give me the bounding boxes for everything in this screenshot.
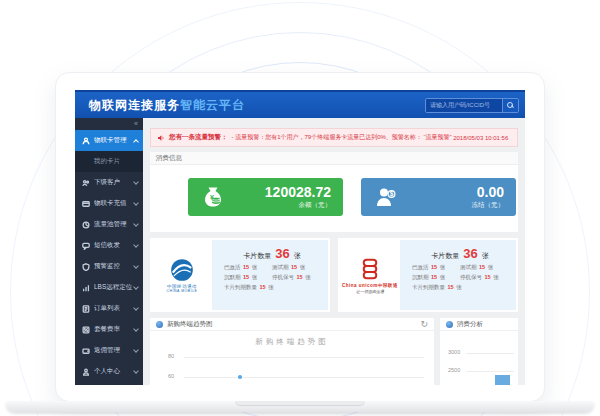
sidebar-item-commission[interactable]: 返佣管理 (75, 340, 143, 361)
users-icon (82, 179, 90, 187)
user-dollar-icon: $ (374, 185, 398, 209)
china-unicom-logo-icon (357, 256, 383, 282)
chevron-down-icon (133, 263, 139, 269)
china-mobile-stats: 卡片数量 36 张 已激活 15 张 测试期 15 张 沉默期 15 张 停机保… (212, 240, 328, 310)
sidebar-item-plan-rates[interactable]: 套餐费率 (75, 319, 143, 340)
bars-icon (82, 284, 90, 292)
consumption-panel-title: 消费信息 (150, 152, 518, 165)
charts-row: 新购终端趋势图 ↻ 新购终端趋势图 80 60 (150, 318, 518, 385)
y-tick-2500: 2500 (448, 367, 460, 373)
sidebar-item-lbs-location[interactable]: LBS远程定位 (75, 277, 143, 298)
grid-icon (82, 326, 90, 334)
analysis-panel-title: 消费分析 (457, 320, 483, 329)
wallet-icon (82, 347, 90, 355)
chevron-down-icon (133, 200, 139, 206)
app-title-secondary: 智能云平台 (180, 98, 245, 112)
china-unicom-slogan: 让一切自由连通 (356, 289, 384, 294)
sidebar-item-card-management[interactable]: 物联卡管理 (75, 130, 143, 151)
gridline (184, 377, 424, 378)
y-tick-60: 60 (168, 373, 174, 379)
sidebar-item-alert-monitor[interactable]: 预警监控 (75, 256, 143, 277)
page-background: 物联网连接服务智能云平台 « 物联卡管理 (0, 0, 600, 416)
svg-text:¥: ¥ (210, 194, 214, 201)
gridline (466, 353, 514, 354)
sphere-icon (446, 321, 453, 328)
sidebar: « 物联卡管理 我的卡片 下级客户 (75, 118, 143, 385)
stat-suspended: 停机保号 15 张 (460, 274, 508, 281)
card-stats-grid: 已激活 15 张 测试期 15 张 沉默期 15 张 停机保号 15 张 (224, 264, 320, 281)
refresh-icon[interactable]: ↻ (420, 320, 428, 329)
sidebar-item-sms[interactable]: 短信收发 (75, 235, 143, 256)
consumption-cards: ¥ 120028.72 余额（元） $ 0.00 冻结（元） (150, 165, 518, 216)
stat-suspended: 停机保号 15 张 (272, 274, 320, 281)
chevron-down-icon (133, 368, 139, 374)
svg-text:$: $ (390, 190, 394, 198)
balance-card: ¥ 120028.72 余额（元） (188, 178, 343, 216)
sidebar-subitem-my-cards[interactable]: 我的卡片 (75, 151, 143, 172)
frozen-values: 0.00 冻结（元） (398, 185, 504, 210)
speaker-icon (157, 134, 165, 142)
chevron-down-icon (133, 242, 139, 248)
chevron-down-icon (133, 284, 139, 290)
stat-activated: 已激活 15 张 (412, 264, 460, 271)
china-mobile-card: 中国移动通信 CHINA MOBILE 卡片数量 36 张 已 (150, 238, 330, 312)
china-unicom-logo: China unicom中国联通 让一切自由连通 (340, 240, 400, 310)
search-button[interactable] (502, 98, 518, 113)
main-content: 您有一条流量预警： - 流量预警：您有1个用户，79个终端服务卡流量已达到0%、… (143, 118, 525, 385)
header-search (425, 98, 519, 113)
document-icon (82, 305, 90, 313)
analysis-panel-header: 消费分析 (440, 318, 518, 331)
alert-prefix: 您有一条流量预警： (169, 133, 228, 142)
operator-cards-row: 中国移动通信 CHINA MOBILE 卡片数量 36 张 已 (150, 238, 518, 312)
search-input[interactable] (426, 99, 502, 112)
user-icon (82, 137, 90, 145)
profile-icon (82, 368, 90, 376)
balance-amount: 120028.72 (225, 185, 331, 200)
laptop-frame: 物联网连接服务智能云平台 « 物联卡管理 (55, 72, 545, 402)
message-icon (82, 242, 90, 250)
trend-chart-panel: 新购终端趋势图 ↻ 新购终端趋势图 80 60 (150, 318, 434, 385)
data-point (238, 375, 242, 379)
card-icon (82, 200, 90, 208)
trend-chart-title: 新购终端趋势图 (150, 337, 434, 347)
gridline (184, 357, 424, 358)
card-count-row: 卡片数量 36 张 (224, 246, 320, 261)
frozen-card: $ 0.00 冻结（元） (361, 178, 516, 216)
pie-icon (82, 221, 90, 229)
sidebar-item-data-pool[interactable]: 流量池管理 (75, 214, 143, 235)
magnifier-icon (507, 102, 514, 109)
stat-activated: 已激活 15 张 (224, 264, 272, 271)
shield-icon (82, 263, 90, 271)
balance-values: 120028.72 余额（元） (225, 185, 331, 210)
china-mobile-text-en: CHINA MOBILE (167, 289, 198, 293)
laptop-notch (235, 401, 365, 406)
alert-timestamp: 2018/05/03 10:01:56 (453, 135, 508, 141)
sidebar-item-personal-center[interactable]: 个人中心 (75, 361, 143, 382)
app-body: « 物联卡管理 我的卡片 下级客户 (75, 118, 525, 385)
sidebar-item-sub-customers[interactable]: 下级客户 (75, 172, 143, 193)
sphere-icon (156, 321, 163, 328)
china-mobile-logo-icon (169, 257, 195, 283)
dashboard-screen: 物联网连接服务智能云平台 « 物联卡管理 (75, 90, 525, 385)
chevron-down-icon (133, 221, 139, 227)
traffic-alert-banner: 您有一条流量预警： - 流量预警：您有1个用户，79个终端服务卡流量已达到0%、… (150, 128, 518, 147)
sidebar-collapse-icon[interactable]: « (75, 118, 143, 130)
trend-panel-title: 新购终端趋势图 (167, 320, 213, 329)
sidebar-item-order-list[interactable]: 订单列表 (75, 298, 143, 319)
stat-testing: 测试期 15 张 (272, 264, 320, 271)
card-count-value: 36 (275, 246, 289, 261)
chevron-up-icon (133, 139, 139, 145)
sidebar-item-card-recharge[interactable]: 物联卡充值 (75, 193, 143, 214)
app-header: 物联网连接服务智能云平台 (75, 90, 525, 118)
china-unicom-text: China unicom中国联通 (342, 283, 398, 288)
consumption-panel: 消费信息 ¥ 120028.72 余额（元） $ (150, 152, 518, 232)
trend-chart: 新购终端趋势图 80 60 (150, 331, 434, 385)
card-count-row: 卡片数量 36 张 (412, 246, 508, 261)
balance-label: 余额（元） (225, 201, 331, 210)
frozen-amount: 0.00 (398, 185, 504, 200)
analysis-chart-panel: 消费分析 3000 2500 (440, 318, 518, 385)
app-title: 物联网连接服务智能云平台 (89, 97, 245, 114)
card-count-value: 36 (463, 246, 477, 261)
chevron-down-icon (133, 347, 139, 353)
money-bag-icon: ¥ (201, 185, 225, 209)
